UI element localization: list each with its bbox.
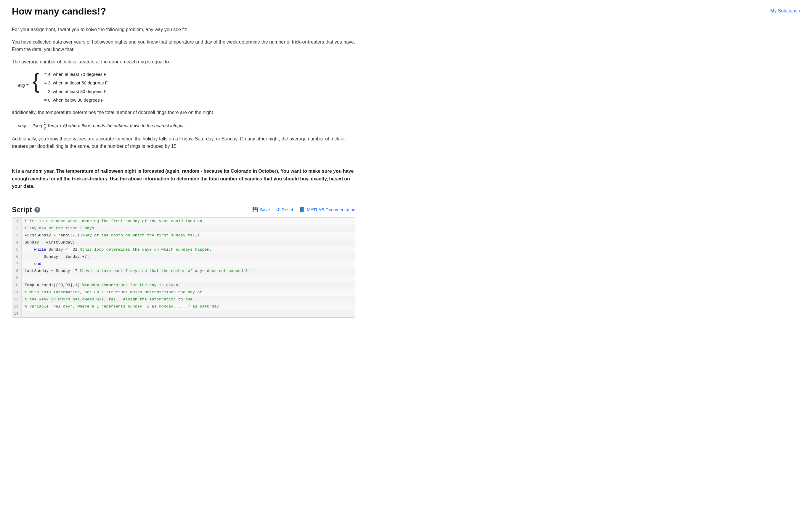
line-code: % Its is a random year, meaning The firs… (22, 218, 202, 225)
piecewise-system: = 4 when at least 70 degrees F = 3 when … (44, 70, 107, 104)
code-line-2: 2 % any day of the first 7 days. (12, 225, 355, 232)
piecewise-row-4: = 0 when below 30 degrees F (44, 96, 107, 104)
reset-icon: ↺ (276, 207, 280, 213)
value-4: = 0 (44, 96, 50, 104)
line-code: % any day of the first 7 days. (22, 225, 97, 232)
save-label: Save (260, 207, 270, 212)
line-number: 9 (12, 275, 22, 282)
line-code: while Sunday <= 31 %this loop determines… (22, 246, 212, 253)
script-title-group: Script ? (12, 205, 40, 214)
rings-equation: rings = floor(12Temp + 5) where floor ro… (18, 121, 356, 131)
value-2: = 3 (44, 79, 50, 87)
script-label: Script (12, 205, 32, 214)
friday-note: Additionally, you know these values are … (12, 135, 356, 150)
line-code: LastSunday = Sunday -7 %have to take bac… (22, 267, 250, 275)
code-line-14: 14 (12, 310, 355, 317)
code-line-4: 4 Sunday = FirstSunday; (12, 239, 355, 246)
piecewise-row-1: = 4 when at least 70 degrees F (44, 70, 107, 78)
line-code (22, 310, 27, 317)
code-line-7: 7 end (12, 260, 355, 267)
line-code: Temp = randi([20,90],1) %random temperat… (22, 282, 181, 289)
value-3: = 2 (44, 87, 50, 95)
line-code: Sunday = Sunday +7; (22, 253, 89, 260)
intro-para-2: You have collected data over years of ha… (12, 38, 356, 53)
my-solutions-label: My Solutions (770, 8, 798, 14)
line-number: 12 (12, 296, 22, 303)
bold-paragraph: It is a random year. The temperature of … (12, 167, 356, 190)
line-code: end (22, 260, 41, 267)
line-number: 4 (12, 239, 22, 246)
save-icon: 💾 (252, 207, 258, 213)
line-code: % variable 'hal_day', where a 1 repersen… (22, 303, 221, 310)
line-code: % the week in which halloween will fall.… (22, 296, 193, 303)
code-line-9: 9 (12, 275, 355, 282)
page-title: How many candies!? (12, 6, 106, 17)
code-line-6: 6 Sunday = Sunday +7; (12, 253, 355, 260)
code-line-11: 11 % With this information, set up a str… (12, 289, 355, 296)
left-brace: { (32, 70, 39, 92)
chevron-right-icon: › (799, 8, 800, 14)
line-number: 10 (12, 282, 22, 289)
code-line-1: 1 % Its is a random year, meaning The fi… (12, 218, 355, 225)
save-button[interactable]: 💾 Save (252, 207, 270, 213)
code-line-8: 8 LastSunday = Sunday -7 %have to take b… (12, 267, 355, 275)
condition-3: when at least 30 degrees F (53, 87, 106, 95)
rings-intro: additionally, the temperature determines… (12, 109, 356, 116)
code-line-5: 5 while Sunday <= 31 %this loop determin… (12, 246, 355, 253)
piecewise-row-2: = 3 when at tleast 50 degrees F (44, 79, 107, 87)
help-icon[interactable]: ? (34, 207, 40, 213)
code-line-10: 10 Temp = randi([20,90],1) %random tempe… (12, 282, 355, 289)
line-number: 14 (12, 310, 22, 317)
line-number: 5 (12, 246, 22, 253)
line-code: FirstSunday = randi(7,1)%Day of the mont… (22, 232, 200, 239)
page-header: How many candies!? My Solutions › (12, 6, 800, 17)
line-code: % With this information, set up a struct… (22, 289, 202, 296)
code-editor[interactable]: 1 % Its is a random year, meaning The fi… (12, 218, 356, 318)
line-number: 11 (12, 289, 22, 296)
line-number: 6 (12, 253, 22, 260)
condition-1: when at least 70 degrees F (53, 70, 106, 78)
reset-label: Reset (282, 207, 293, 212)
piecewise-row-3: = 2 when at least 30 degrees F (44, 87, 107, 95)
avg-label: avg = (18, 81, 29, 90)
avg-equation: avg = { = 4 when at least 70 degrees F =… (18, 70, 356, 104)
condition-2: when at tleast 50 degrees F (53, 79, 107, 87)
matlab-docs-button[interactable]: 📘 MATLAB Documentation (299, 207, 356, 213)
matlab-icon: 📘 (299, 207, 305, 213)
line-code: Sunday = FirstSunday; (22, 239, 75, 246)
value-1: = 4 (44, 70, 50, 78)
script-header: Script ? 💾 Save ↺ Reset 📘 MATLAB Documen… (12, 205, 356, 214)
code-line-12: 12 % the week in which halloween will fa… (12, 296, 355, 303)
condition-4: when below 30 degrees F (53, 96, 104, 104)
fraction: 12 (43, 121, 46, 131)
reset-button[interactable]: ↺ Reset (276, 207, 293, 213)
script-actions: 💾 Save ↺ Reset 📘 MATLAB Documentation (252, 207, 356, 213)
line-number: 1 (12, 218, 22, 225)
intro-para-3: The average number of trick-or-treaters … (12, 58, 356, 66)
line-code (22, 275, 27, 282)
line-number: 7 (12, 260, 22, 267)
avg-math-block: avg = { = 4 when at least 70 degrees F =… (18, 70, 356, 104)
content-area: For your assignment, I want you to solve… (12, 26, 356, 318)
my-solutions-link[interactable]: My Solutions › (770, 8, 800, 14)
rings-math-block: rings = floor(12Temp + 5) where floor ro… (18, 121, 356, 131)
line-number: 8 (12, 267, 22, 275)
matlab-docs-label: MATLAB Documentation (307, 207, 356, 212)
intro-para-1: For your assignment, I want you to solve… (12, 26, 356, 33)
code-line-3: 3 FirstSunday = randi(7,1)%Day of the mo… (12, 232, 355, 239)
line-number: 13 (12, 303, 22, 310)
line-number: 3 (12, 232, 22, 239)
code-line-13: 13 % variable 'hal_day', where a 1 reper… (12, 303, 355, 310)
line-number: 2 (12, 225, 22, 232)
